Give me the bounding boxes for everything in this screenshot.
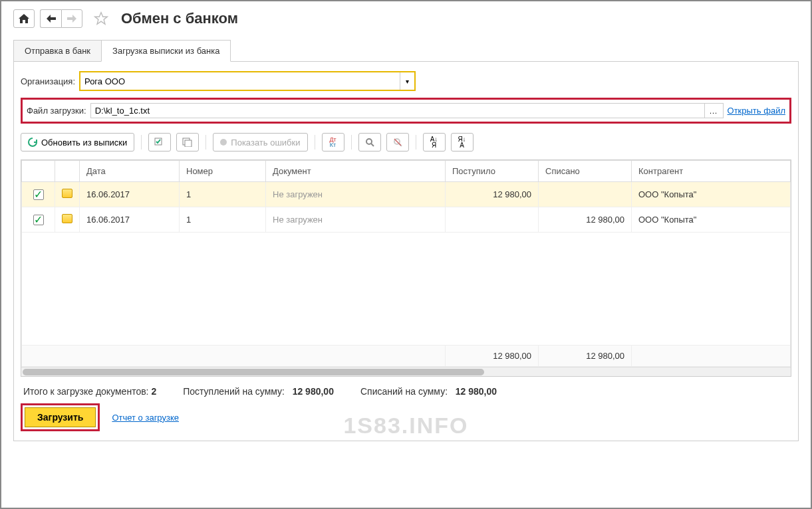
cell-document: Не загружен [266,207,446,233]
load-button-highlight: Загрузить [21,403,100,431]
col-counterparty[interactable]: Контрагент [632,161,791,182]
forward-button[interactable] [61,9,82,28]
table-row[interactable]: ✓16.06.20171Не загружен12 980,00ООО "Коп… [22,182,791,207]
organization-dropdown-button[interactable]: ▾ [400,72,414,90]
file-browse-button[interactable]: ... [704,104,723,118]
show-errors-button[interactable]: Показать ошибки [213,133,307,152]
uncheck-all-button[interactable] [176,133,199,152]
cell-date: 16.06.2017 [80,182,180,207]
col-number[interactable]: Номер [180,161,266,182]
cell-document: Не загружен [266,182,446,207]
open-file-link[interactable]: Открыть файл [728,106,785,116]
col-debited[interactable]: Списано [539,161,632,182]
svg-point-3 [366,139,372,144]
debited-sum-value: 12 980,00 [456,386,497,397]
refresh-from-statement-button[interactable]: Обновить из выписки [21,133,134,152]
tab-send-to-bank[interactable]: Отправка в банк [13,40,102,61]
home-button[interactable] [13,9,35,28]
row-checkbox[interactable]: ✓ [33,215,44,225]
docs-count-label: Итого к загрузке документов: [23,386,149,397]
search-button[interactable] [358,133,381,152]
refresh-icon [28,138,37,147]
load-report-link[interactable]: Отчет о загрузке [112,413,179,423]
debited-sum-label: Списаний на сумму: [360,386,448,397]
sort-asc-button[interactable]: A↓Я [423,133,446,152]
cell-received [446,207,539,233]
clear-search-button[interactable] [386,133,409,152]
sort-desc-button[interactable]: Я↓A [451,133,474,152]
table-row[interactable]: ✓16.06.20171Не загружен12 980,00ООО "Коп… [22,207,791,233]
tab-load-from-bank[interactable]: Загрузка выписки из банка [101,40,231,62]
uncheck-all-icon [182,138,193,147]
error-dot-icon [220,139,227,146]
check-all-button[interactable] [148,133,171,152]
dtkt-icon: ДтКт [329,137,336,148]
row-checkbox[interactable]: ✓ [33,189,44,200]
dtkt-button[interactable]: ДтКт [322,133,344,152]
arrow-right-icon [67,15,76,23]
cell-counterparty: ООО "Копыта" [632,207,791,233]
document-icon [62,214,72,223]
file-path-input[interactable] [91,104,704,118]
received-sum-label: Поступлений на сумму: [183,386,285,397]
favorite-star-icon[interactable] [92,9,110,28]
organization-label: Организация: [21,76,75,86]
back-button[interactable] [40,9,61,28]
cell-counterparty: ООО "Копыта" [632,182,791,207]
organization-field-wrap: ▾ [79,71,416,91]
cell-number: 1 [180,207,266,233]
col-received[interactable]: Поступило [446,161,539,182]
sort-asc-icon: A↓Я [430,136,438,148]
cell-received: 12 980,00 [446,182,539,207]
arrow-left-icon [47,15,56,23]
clear-search-icon [393,138,402,147]
page-title: Обмен с банком [121,10,238,27]
cell-debited [539,182,632,207]
cell-number: 1 [180,182,266,207]
load-button[interactable]: Загрузить [25,407,96,427]
col-document[interactable]: Документ [266,161,446,182]
col-date[interactable]: Дата [80,161,180,182]
total-received: 12 980,00 [446,346,539,367]
total-debited: 12 980,00 [539,346,632,367]
horizontal-scrollbar[interactable] [21,367,791,376]
docs-count-value: 2 [151,386,156,397]
svg-rect-2 [185,140,192,147]
file-label: Файл загрузки: [27,106,86,116]
file-row-highlight: Файл загрузки: ... Открыть файл [21,98,791,124]
cell-date: 16.06.2017 [80,207,180,233]
documents-table: Дата Номер Документ Поступило Списано Ко… [21,160,791,367]
document-icon [62,189,72,198]
organization-input[interactable] [80,72,400,90]
search-icon [365,138,374,147]
home-icon [19,14,29,23]
sort-desc-icon: Я↓A [458,136,466,148]
check-all-icon [154,138,165,147]
totals-row: 12 980,00 12 980,00 [22,346,791,367]
cell-debited: 12 980,00 [539,207,632,233]
received-sum-value: 12 980,00 [293,386,334,397]
